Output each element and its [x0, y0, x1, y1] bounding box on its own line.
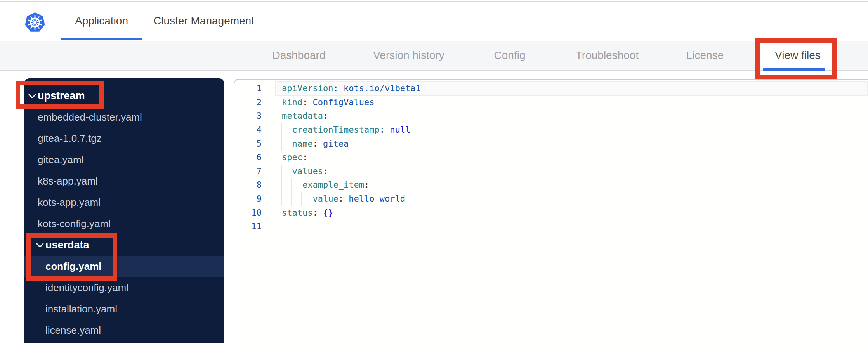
tree-file-license.yaml[interactable]: license.yaml [24, 320, 224, 341]
code-text: name: gitea [282, 139, 349, 148]
file-tree: upstreamembedded-cluster.yamlgitea-1.0.7… [24, 85, 224, 341]
tree-label: license.yaml [45, 324, 101, 336]
tree-file-kots-config.yaml[interactable]: kots-config.yaml [24, 213, 224, 235]
tree-label: kots-app.yaml [38, 197, 101, 209]
tree-file-gitea.yaml[interactable]: gitea.yaml [24, 149, 224, 171]
code-line-3: 3metadata: [234, 109, 868, 123]
line-number: 4 [234, 125, 262, 135]
tree-label: embedded-cluster.yaml [38, 111, 142, 123]
code-line-6: 6spec: [234, 150, 868, 164]
kubernetes-logo-icon [24, 12, 45, 33]
tree-label: identityconfig.yaml [45, 282, 128, 294]
line-number: 2 [234, 97, 262, 107]
line-number: 8 [234, 180, 262, 190]
tree-label: installation.yaml [45, 303, 117, 315]
yaml-editor[interactable]: 1apiVersion: kots.io/v1beta12kind: Confi… [234, 79, 868, 345]
line-number: 6 [234, 152, 262, 162]
tab-application[interactable]: Application [61, 2, 142, 40]
code-text: apiVersion: kots.io/v1beta1 [282, 83, 421, 93]
code-text: value: hello world [282, 194, 405, 204]
tree-file-gitea-1.0.7.tgz[interactable]: gitea-1.0.7.tgz [24, 128, 224, 149]
indent-guide [291, 178, 292, 206]
subnav-tab-troubleshoot[interactable]: Troubleshoot [576, 41, 639, 70]
tree-file-kots-app.yaml[interactable]: kots-app.yaml [24, 192, 224, 213]
code-line-10: 10status: {} [234, 205, 868, 219]
tab-cluster-management[interactable]: Cluster Management [149, 2, 258, 40]
line-number: 11 [234, 221, 262, 231]
code-line-1: 1apiVersion: kots.io/v1beta1 [234, 81, 868, 95]
code-line-11: 11 [234, 219, 868, 233]
code-line-5: 5 name: gitea [234, 136, 868, 150]
code-line-4: 4 creationTimestamp: null [234, 123, 868, 137]
code-text: spec: [282, 152, 307, 162]
code-text: values: [282, 166, 328, 176]
code-line-9: 9 value: hello world [234, 192, 868, 206]
app-sub-nav: DashboardVersion historyConfigTroublesho… [0, 41, 868, 71]
annotation-box-upstream [16, 81, 104, 109]
subnav-tab-version-history[interactable]: Version history [373, 41, 444, 70]
line-number: 9 [234, 194, 262, 204]
subnav-tab-license[interactable]: License [686, 41, 724, 70]
kots-admin-console: Application Cluster Management Dashboard… [0, 0, 868, 345]
code-text: kind: ConfigValues [282, 97, 374, 107]
line-number: 10 [234, 208, 262, 217]
tree-label: k8s-app.yaml [38, 175, 98, 187]
application-active-underline [61, 38, 142, 40]
tree-file-embedded-cluster.yaml[interactable]: embedded-cluster.yaml [24, 107, 224, 128]
code-text: metadata: [282, 111, 328, 121]
code-line-7: 7 values: [234, 164, 868, 178]
code-line-8: 8 example_item: [234, 178, 868, 192]
line-number: 7 [234, 166, 262, 176]
indent-guide [281, 165, 282, 206]
file-tree-panel: upstreamembedded-cluster.yamlgitea-1.0.7… [24, 78, 224, 343]
tree-file-k8s-app.yaml[interactable]: k8s-app.yaml [24, 171, 224, 192]
code-lines: 1apiVersion: kots.io/v1beta12kind: Confi… [234, 81, 868, 233]
tree-label: gitea.yaml [38, 154, 84, 166]
indent-guide [301, 192, 302, 206]
tree-file-installation.yaml[interactable]: installation.yaml [24, 298, 224, 320]
line-number: 5 [234, 139, 262, 148]
line-number: 3 [234, 111, 262, 121]
code-text: example_item: [282, 180, 369, 190]
annotation-box-userdata-config [26, 233, 117, 281]
tree-label: gitea-1.0.7.tgz [38, 133, 102, 145]
tree-label: kots-config.yaml [38, 218, 111, 230]
line-number: 1 [234, 83, 262, 93]
top-nav: Application Cluster Management [0, 2, 868, 40]
subnav-tab-config[interactable]: Config [494, 41, 526, 70]
annotation-box-view-files [755, 38, 837, 79]
code-line-2: 2kind: ConfigValues [234, 95, 868, 109]
editor-viewport: 1apiVersion: kots.io/v1beta12kind: Confi… [234, 80, 868, 345]
indent-guide [281, 123, 282, 151]
subnav-tab-dashboard[interactable]: Dashboard [273, 41, 326, 70]
code-text: status: {} [282, 208, 333, 217]
code-text: creationTimestamp: null [282, 125, 410, 135]
